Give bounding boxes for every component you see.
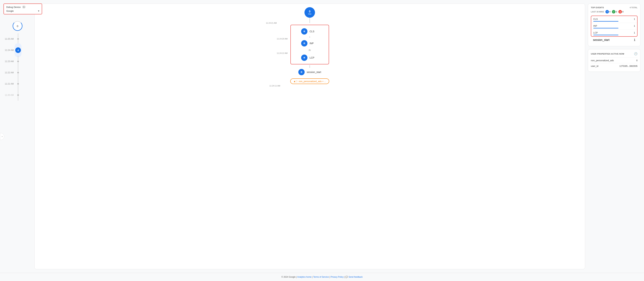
event-flow-inner: 0 new 11:24:21 AM	[34, 7, 585, 85]
session-start-label: session_start	[307, 71, 321, 74]
timestamp-1: 11:24:21 AM	[266, 22, 277, 24]
event-row-lcp[interactable]: LCP 1	[591, 30, 637, 36]
chevron-left-icon: ›	[2, 135, 2, 138]
blue-count: 4	[610, 11, 610, 13]
new-events-bubble: 0 new	[304, 7, 315, 18]
inp-row-name: INP	[593, 24, 597, 27]
user-prop-row-npa: non_personalized_ads 0	[591, 58, 638, 63]
debug-device-panel: Debug Device 1 Google ▾	[4, 4, 42, 14]
lcp-bar	[593, 35, 618, 35]
lcp-icon	[301, 54, 308, 61]
new-count: 0	[309, 10, 310, 13]
timeline-top-count: 0	[17, 24, 18, 28]
timeline-items: 11:25 AM 11:24 AM 4	[4, 33, 32, 101]
timeline-item-1125: 11:25 AM	[4, 33, 32, 44]
top-events-title: TOP EVENTS	[591, 6, 604, 8]
top-events-card: TOP EVENTS 4 TOTAL LAST 30 MINS 4 0	[588, 4, 640, 46]
userid-prop-name: user_id	[591, 65, 598, 67]
user-props-header: USER PROPERTIES ACTIVE NOW 🕐	[591, 52, 638, 56]
timeline-item-1124: 11:24 AM 4	[4, 44, 32, 56]
debug-device-badge: 1	[22, 6, 26, 8]
top-events-subrow: LAST 30 MINS 4 0 0	[591, 10, 638, 14]
event-duration: 8s	[309, 48, 311, 52]
user-properties-card: USER PROPERTIES ACTIVE NOW 🕐 non_persona…	[588, 49, 640, 72]
timeline-item-1123: 11:23 AM	[4, 56, 32, 67]
debug-device-title: Debug Device 1	[6, 6, 39, 8]
event-row-cls[interactable]: CLS 1	[591, 16, 637, 23]
npa-prop-value: 0	[636, 59, 638, 62]
userid-prop-value: 1275305...3802935	[620, 65, 638, 67]
timeline-item-1122: 11:22 AM	[4, 67, 32, 78]
npa-label: non_personalized_ads = ...	[299, 80, 326, 82]
conn-cls-inp	[310, 36, 310, 38]
top-events-header: TOP EVENTS 4 TOTAL	[591, 6, 638, 8]
lcp-row-name: LCP	[593, 32, 598, 34]
icon-badge-orange: 0	[618, 10, 624, 14]
timeline-time-1120: 11:20 AM	[4, 94, 16, 96]
event-row-inp[interactable]: INP 1	[591, 23, 637, 30]
event-inp[interactable]: INP	[301, 39, 318, 48]
footer-copyright: © 2024 Google	[281, 276, 296, 278]
timestamp-2: 11:24:20 AM	[277, 38, 288, 40]
cls-row-name: CLS	[593, 18, 598, 20]
timeline-time-1122: 11:22 AM	[4, 72, 16, 74]
timeline-time-1124: 11:24 AM	[4, 49, 16, 52]
events-list-box: CLS 1 INP 1 LC	[591, 16, 638, 37]
event-flow-section: 0 new 11:24:21 AM	[34, 4, 585, 269]
session-start-row[interactable]: session_start 1	[591, 37, 638, 43]
timeline-item-1120: 11:20 AM	[4, 90, 32, 101]
cls-bar	[593, 21, 618, 22]
highlighted-events-box: CLS 11:24:20 AM INP	[290, 25, 329, 64]
chevron-down-icon: ▾	[38, 10, 39, 12]
session-start-row-name: session_start	[593, 38, 610, 42]
npa-icon: ▲□	[294, 80, 297, 82]
orange-count: 0	[622, 11, 624, 13]
session-start-row-count: 1	[634, 38, 636, 42]
timeline-section: 0 11:25 AM 11:24 AM	[4, 21, 32, 269]
timeline-time-1123: 11:23 AM	[4, 60, 16, 62]
inp-bar	[593, 28, 618, 28]
lcp-row-count: 1	[634, 32, 635, 34]
lcp-label: LCP	[310, 56, 318, 59]
blue-circle-icon	[606, 10, 609, 14]
right-panel: TOP EVENTS 4 TOTAL LAST 30 MINS 4 0	[588, 4, 640, 269]
svg-point-4	[607, 11, 608, 12]
footer-privacy[interactable]: Privacy Policy	[330, 276, 344, 278]
timestamp-4: 11:24:11 AM	[270, 85, 280, 87]
cls-row-count: 1	[634, 18, 635, 20]
npa-prop-name: non_personalized_ads	[591, 59, 614, 62]
icon-badge-green: 0	[612, 10, 617, 14]
event-lcp[interactable]: LCP	[301, 54, 318, 62]
inp-row-count: 1	[634, 24, 635, 27]
debug-device-label: Debug Device	[6, 6, 21, 8]
footer-terms[interactable]: Terms of Service	[313, 276, 329, 278]
connector-line-1	[310, 18, 310, 23]
send-feedback-link[interactable]: Send feedback	[348, 276, 362, 278]
event-cls[interactable]: CLS	[301, 27, 318, 36]
green-circle-icon	[612, 10, 616, 14]
cls-label: CLS	[310, 30, 318, 33]
user-props-title: USER PROPERTIES ACTIVE NOW	[591, 53, 624, 55]
connector-line-2	[310, 65, 310, 68]
npa-badge[interactable]: ▲□ non_personalized_ads = ...	[290, 78, 329, 84]
top-events-total: 4 TOTAL	[630, 6, 638, 8]
debug-device-dropdown[interactable]: Google ▾	[6, 10, 39, 12]
green-count: 0	[616, 11, 617, 13]
icon-badge-blue: 4	[606, 10, 610, 14]
timeline-time-1125: 11:25 AM	[4, 38, 16, 40]
inp-icon	[301, 40, 308, 46]
last-30-label: LAST 30 MINS	[591, 11, 604, 13]
session-start-icon	[298, 69, 305, 75]
timeline-active-dot: 4	[15, 47, 21, 53]
timeline-time-1121: 11:21 AM	[4, 82, 16, 85]
new-label: new	[308, 13, 311, 15]
timestamp-3: 11:24:12 AM	[277, 52, 288, 54]
user-prop-row-userid: user_id 1275305...3802935	[591, 63, 638, 69]
footer-analytics-home[interactable]: Analytics home	[297, 276, 312, 278]
timeline-top-circle: 0	[13, 21, 22, 31]
cls-icon	[301, 28, 308, 34]
history-icon: 🕐	[634, 52, 638, 56]
orange-circle-icon	[618, 10, 622, 14]
debug-device-value: Google	[6, 10, 14, 12]
event-session-start[interactable]: session_start	[298, 68, 321, 76]
